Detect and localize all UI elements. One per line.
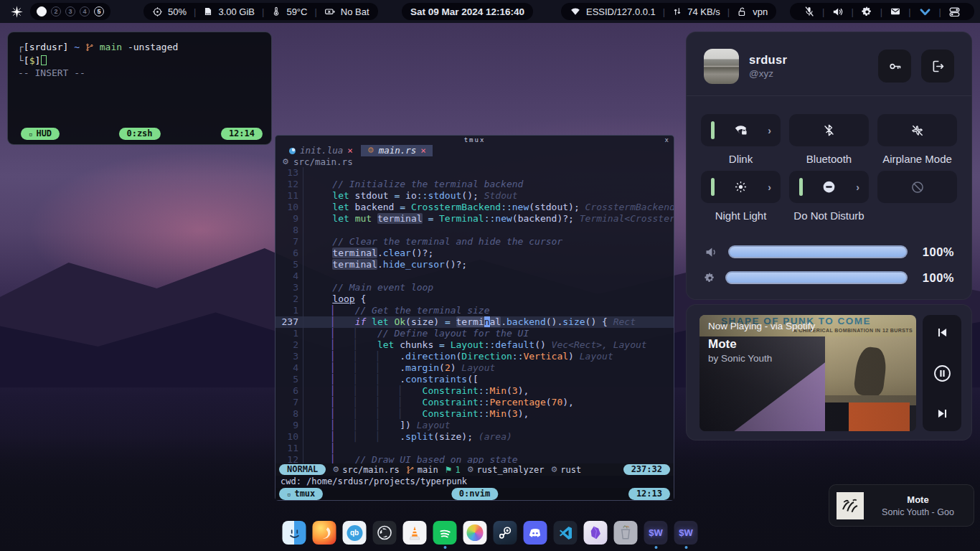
tab-close-icon[interactable]: × bbox=[347, 145, 353, 156]
chevron-right-icon[interactable]: › bbox=[856, 182, 859, 193]
sun-icon bbox=[734, 180, 748, 194]
pause-button[interactable] bbox=[933, 364, 952, 383]
cpu-usage: 50% bbox=[168, 6, 187, 17]
tab-init.lua[interactable]: init.lua× bbox=[283, 145, 359, 156]
toggle-airplane-mode[interactable] bbox=[877, 114, 957, 146]
toggle-blocked[interactable] bbox=[877, 171, 957, 203]
code-line[interactable]: 10 ▏ ▏ ▏ .split(size); (area) bbox=[275, 431, 674, 443]
next-icon bbox=[936, 407, 949, 420]
volume-slider[interactable] bbox=[728, 245, 908, 258]
code-line[interactable]: 7 ▏ ▏ ▏ ▏ Constraint::Percentage(70), bbox=[275, 397, 674, 408]
terminal-window[interactable]: ┌[srdusr] ~ main -unstaged └[$] -- INSER… bbox=[7, 32, 272, 145]
logout-button[interactable] bbox=[921, 50, 954, 83]
dock-item-steam[interactable] bbox=[494, 521, 517, 545]
mail-icon[interactable] bbox=[885, 6, 906, 17]
album-art: SHAPE OF PUNK TO COME A CHIMERICAL BOMBI… bbox=[699, 315, 916, 431]
workspace-3[interactable]: 3 bbox=[65, 6, 75, 17]
chevron-down-icon[interactable] bbox=[913, 5, 937, 19]
code-line[interactable]: 1 ▏ // Get the terminal size bbox=[275, 305, 674, 316]
tab-close-icon[interactable]: × bbox=[420, 145, 426, 156]
dock-item-spotify[interactable] bbox=[433, 521, 457, 545]
code-line[interactable]: 9 let mut terminal = Terminal::new(backe… bbox=[275, 213, 674, 225]
code-line[interactable]: 11 ▏ bbox=[275, 443, 674, 454]
code-line[interactable]: 6 ▏ ▏ ▏ ▏ Constraint::Min(3), bbox=[275, 385, 674, 397]
toggle-dlink[interactable]: › bbox=[701, 114, 781, 146]
code-line[interactable]: 10 let backend = CrosstermBackend::new(s… bbox=[275, 202, 674, 213]
dock-item-firefox[interactable] bbox=[313, 521, 336, 545]
dock-item-photos[interactable] bbox=[463, 521, 487, 545]
code-line[interactable]: 2 ▏ ▏ let chunks = Layout::default() Vec… bbox=[275, 339, 674, 351]
code-line[interactable]: 2 loop { bbox=[275, 293, 674, 305]
tmux-session-hud[interactable]: ▫HUD bbox=[21, 128, 60, 140]
code-line[interactable]: 9 ▏ ▏ ▏ ]) Layout bbox=[275, 420, 674, 431]
window-close-button[interactable]: x bbox=[665, 136, 669, 145]
clock-pill[interactable]: Sat 09 Mar 2024 12:16:40 bbox=[402, 3, 533, 20]
wifi-lock-icon bbox=[733, 123, 748, 138]
dock-item-trash[interactable] bbox=[614, 521, 638, 545]
toggle-bluetooth[interactable] bbox=[789, 114, 869, 146]
running-indicator bbox=[443, 546, 446, 549]
code-line[interactable]: 5 ▏ ▏ ▏ .constraints([ bbox=[275, 374, 674, 385]
code-line[interactable]: 237 ▏ if let Ok(size) = terminal.backend… bbox=[275, 316, 674, 328]
workspace-1[interactable] bbox=[37, 6, 47, 17]
network-pill[interactable]: ESSID/127.0.0.1 | 74 KB/s | vpn bbox=[561, 3, 776, 20]
editor-window[interactable]: tmux x init.lua×⚙main.rs× ⚙ src/main.rs … bbox=[275, 135, 674, 501]
tab-main.rs[interactable]: ⚙main.rs× bbox=[361, 145, 433, 156]
avatar[interactable] bbox=[704, 49, 739, 84]
user-handle: @xyz bbox=[749, 68, 868, 79]
active-indicator bbox=[711, 178, 715, 196]
previous-button[interactable] bbox=[936, 326, 949, 339]
workspace-switcher[interactable]: 2345 bbox=[30, 3, 110, 20]
tmux-window-zsh[interactable]: 0:zsh bbox=[118, 128, 160, 140]
brightness-slider[interactable] bbox=[725, 271, 908, 284]
toggles-icon[interactable] bbox=[943, 6, 966, 18]
code-line[interactable]: 3 ▏ ▏ ▏ .direction(Direction::Vertical) … bbox=[275, 351, 674, 362]
code-line[interactable]: 13 bbox=[275, 167, 674, 179]
code-line[interactable]: 8 ▏ ▏ ▏ ▏ Constraint::Min(3), bbox=[275, 408, 674, 420]
mode-indicator: NORMAL bbox=[279, 464, 326, 475]
dock-item-obs[interactable] bbox=[373, 521, 397, 545]
dock-item-obsidian[interactable] bbox=[584, 521, 608, 545]
key-button[interactable] bbox=[878, 50, 911, 83]
airplane-off-icon bbox=[910, 123, 925, 138]
dock-item-qbittorrent[interactable]: qb bbox=[343, 521, 367, 545]
tmux-session-name[interactable]: ▫tmux bbox=[279, 488, 323, 500]
code-line[interactable]: 12 // Initialize the terminal backend bbox=[275, 179, 674, 190]
code-line[interactable]: 4 ▏ ▏ ▏ .margin(2) Layout bbox=[275, 362, 674, 374]
workspace-5[interactable]: 5 bbox=[94, 6, 104, 17]
tmux-window-nvim[interactable]: 0:nvim bbox=[451, 488, 498, 500]
code-line[interactable]: 8 bbox=[275, 225, 674, 236]
chevron-right-icon[interactable]: › bbox=[768, 182, 771, 193]
code-line[interactable]: 5 terminal.hide_cursor()?; bbox=[275, 259, 674, 270]
workspace-2[interactable]: 2 bbox=[51, 6, 61, 17]
code-line[interactable]: 3 // Main event loop bbox=[275, 282, 674, 293]
launcher-star-icon[interactable] bbox=[9, 4, 24, 19]
code-line[interactable]: 1 ▏ ▏ // Define layout for the UI bbox=[275, 328, 674, 339]
code-line[interactable]: 6 terminal.clear()?; bbox=[275, 248, 674, 259]
dock-item-vlc[interactable] bbox=[403, 521, 427, 545]
code-line[interactable]: 11 let stdout = io::stdout(); Stdout bbox=[275, 190, 674, 202]
workspace-4[interactable]: 4 bbox=[80, 6, 90, 17]
code-lines[interactable]: 1312 // Initialize the terminal backend1… bbox=[275, 167, 674, 463]
dock-item-vscode[interactable] bbox=[554, 521, 578, 545]
gear-icon[interactable] bbox=[856, 6, 878, 18]
chevron-right-icon[interactable]: › bbox=[768, 125, 771, 136]
code-line[interactable]: 4 bbox=[275, 270, 674, 282]
toggle-night-light[interactable]: › bbox=[701, 171, 781, 203]
dock-item-app-sw-2[interactable]: $W bbox=[674, 521, 698, 545]
music-notification[interactable]: Mote Sonic Youth - Goo bbox=[829, 484, 974, 527]
lock-open-icon bbox=[737, 6, 748, 17]
toggle-do-not-disturb[interactable]: › bbox=[789, 171, 869, 203]
gear-icon: ⚙ bbox=[550, 464, 557, 476]
nvim-statusline: NORMAL ⚙src/main.rs main ⚑1 ⚙rust_analyz… bbox=[275, 463, 674, 476]
dock-item-discord[interactable] bbox=[524, 521, 547, 545]
next-button[interactable] bbox=[936, 407, 949, 420]
volume-icon[interactable] bbox=[826, 6, 849, 18]
dock-item-file-manager[interactable] bbox=[283, 521, 306, 545]
code-line[interactable]: 7 // Clear the terminal and hide the cur… bbox=[275, 236, 674, 248]
control-center: srdusr @xyz ›DlinkBluetoothAirplane Mode… bbox=[686, 32, 972, 300]
code-line[interactable]: 12 ▏ // Draw UI based on app state bbox=[275, 454, 674, 463]
divider bbox=[687, 95, 971, 96]
dock-item-app-sw-1[interactable]: $W bbox=[644, 521, 668, 545]
mic-muted-icon[interactable] bbox=[798, 6, 820, 17]
